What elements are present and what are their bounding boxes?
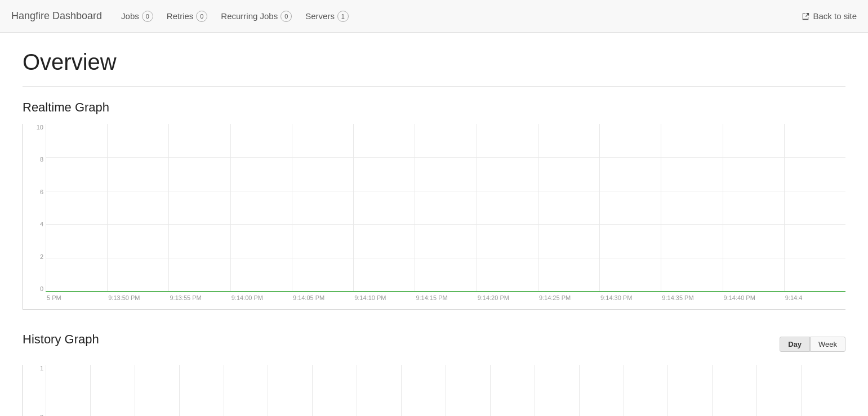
- nav-retries[interactable]: Retries 0: [161, 7, 213, 25]
- hv-col-1: [46, 365, 90, 416]
- history-y-label-1: 1: [23, 365, 43, 372]
- divider: [23, 86, 845, 87]
- y-label-10: 10: [23, 124, 43, 131]
- nav-jobs-label: Jobs: [121, 11, 139, 21]
- history-y-axis: 0 1: [23, 365, 46, 416]
- day-button[interactable]: Day: [780, 337, 810, 352]
- y-label-4: 4: [23, 221, 43, 227]
- hv-col-11: [490, 365, 535, 416]
- realtime-graph-section: Realtime Graph 0 2 4 6 8 10: [23, 100, 845, 310]
- hv-col-16: [712, 365, 756, 416]
- x-label-12: 9:14:4: [784, 294, 845, 301]
- v-col-4: [230, 124, 292, 292]
- realtime-x-axis: 5 PM 9:13:50 PM 9:13:55 PM 9:14:00 PM 9:…: [46, 292, 845, 309]
- v-col-6: [353, 124, 415, 292]
- history-graph-section: History Graph Day Week 0 1: [23, 332, 845, 416]
- x-label-9: 9:14:30 PM: [599, 294, 661, 301]
- hv-col-8: [357, 365, 401, 416]
- navbar: Hangfire Dashboard Jobs 0 Retries 0 Recu…: [0, 0, 868, 33]
- x-label-0: 5 PM: [46, 294, 107, 301]
- realtime-graph-area: [46, 124, 845, 292]
- y-label-8: 8: [23, 156, 43, 163]
- back-to-site-link[interactable]: Back to site: [802, 11, 857, 21]
- hv-col-12: [535, 365, 579, 416]
- nav-recurring-jobs-badge: 0: [281, 11, 292, 22]
- v-col-12: [723, 124, 784, 292]
- realtime-graph-canvas: 0 2 4 6 8 10: [23, 124, 845, 310]
- x-label-3: 9:14:00 PM: [230, 294, 292, 301]
- hv-col-13: [579, 365, 624, 416]
- history-graph-title: History Graph: [23, 332, 99, 347]
- hv-col-15: [667, 365, 712, 416]
- y-label-0: 0: [23, 285, 43, 292]
- history-y-label-0: 0: [23, 414, 43, 416]
- history-graph-canvas: 0 1: [23, 365, 845, 416]
- v-col-11: [661, 124, 722, 292]
- x-label-8: 9:14:25 PM: [538, 294, 599, 301]
- v-col-3: [168, 124, 230, 292]
- v-grid-lines: [46, 124, 845, 292]
- back-to-site-label: Back to site: [813, 11, 857, 21]
- hv-col-3: [135, 365, 179, 416]
- x-label-6: 9:14:15 PM: [415, 294, 476, 301]
- hv-col-10: [446, 365, 490, 416]
- y-label-6: 6: [23, 189, 43, 195]
- v-col-8: [477, 124, 538, 292]
- v-col-2: [107, 124, 168, 292]
- x-label-11: 9:14:40 PM: [723, 294, 784, 301]
- main-content: Overview Realtime Graph 0 2 4 6 8 10: [0, 33, 868, 416]
- nav-links: Jobs 0 Retries 0 Recurring Jobs 0 Server…: [115, 7, 802, 25]
- x-label-2: 9:13:55 PM: [168, 294, 230, 301]
- hv-col-18: [801, 365, 845, 416]
- nav-retries-label: Retries: [167, 11, 194, 21]
- realtime-y-axis: 0 2 4 6 8 10: [23, 124, 46, 292]
- hv-col-17: [756, 365, 801, 416]
- hv-col-14: [624, 365, 668, 416]
- hv-col-5: [224, 365, 268, 416]
- x-label-1: 9:13:50 PM: [107, 294, 168, 301]
- page-title: Overview: [23, 50, 845, 75]
- y-label-2: 2: [23, 253, 43, 260]
- brand-link[interactable]: Hangfire Dashboard: [11, 10, 102, 22]
- history-btn-group: Day Week: [780, 337, 845, 352]
- realtime-graph-title: Realtime Graph: [23, 100, 845, 115]
- nav-servers-badge: 1: [337, 11, 349, 22]
- nav-retries-badge: 0: [196, 11, 207, 22]
- v-col-9: [538, 124, 599, 292]
- history-section-header: History Graph Day Week: [23, 332, 845, 356]
- x-label-10: 9:14:35 PM: [661, 294, 722, 301]
- nav-jobs-badge: 0: [142, 11, 153, 22]
- nav-recurring-jobs[interactable]: Recurring Jobs 0: [215, 7, 297, 25]
- v-col-7: [415, 124, 476, 292]
- history-v-grid-lines: [46, 365, 845, 416]
- week-button[interactable]: Week: [810, 337, 845, 352]
- x-label-4: 9:14:05 PM: [292, 294, 353, 301]
- hv-col-7: [312, 365, 357, 416]
- history-graph-area: [46, 365, 845, 416]
- x-label-5: 9:14:10 PM: [353, 294, 415, 301]
- v-col-1: [46, 124, 107, 292]
- hv-col-2: [90, 365, 135, 416]
- v-col-13: [784, 124, 845, 292]
- hv-col-4: [179, 365, 224, 416]
- v-col-10: [599, 124, 661, 292]
- nav-recurring-jobs-label: Recurring Jobs: [221, 11, 278, 21]
- nav-servers-label: Servers: [305, 11, 335, 21]
- v-col-5: [292, 124, 353, 292]
- nav-servers[interactable]: Servers 1: [300, 7, 354, 25]
- hv-col-9: [401, 365, 446, 416]
- external-link-icon: [802, 12, 809, 20]
- x-label-7: 9:14:20 PM: [477, 294, 538, 301]
- hv-col-6: [268, 365, 312, 416]
- nav-jobs[interactable]: Jobs 0: [115, 7, 159, 25]
